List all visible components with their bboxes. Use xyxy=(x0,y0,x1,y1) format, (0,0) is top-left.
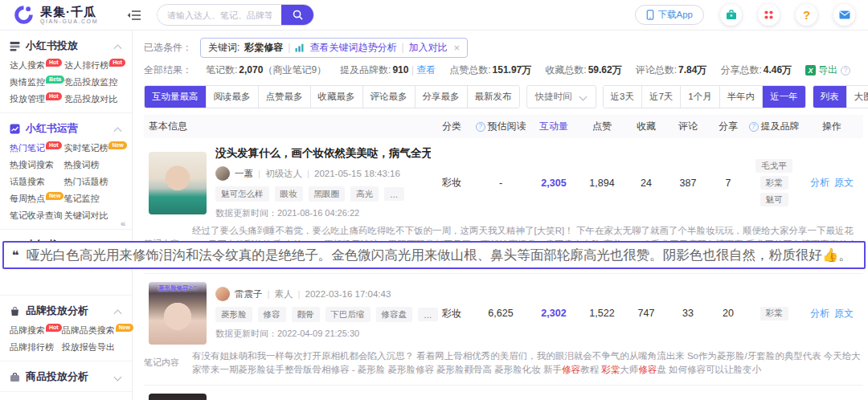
section-title-label: 小红书运营 xyxy=(26,121,78,136)
sidebar-item-note-monitor[interactable]: 笔记监控 xyxy=(63,190,126,207)
sort-tab-shares[interactable]: 分享最多 xyxy=(416,86,468,108)
author-name[interactable]: 一蕙 xyxy=(235,168,253,180)
sidebar-section-title-brand[interactable]: 品牌投放分析 xyxy=(10,301,122,320)
brand-tag[interactable]: 彩棠 xyxy=(760,176,788,190)
menu-collapse-icon[interactable] xyxy=(127,10,141,21)
close-icon[interactable]: × xyxy=(454,42,461,54)
sort-tab-interaction[interactable]: 互动量最高 xyxy=(145,86,207,108)
note-tag[interactable]: 修容盘 xyxy=(376,307,413,322)
time-tab-1y[interactable]: 近一年 xyxy=(763,86,805,108)
sort-tab-newest[interactable]: 最新发布 xyxy=(468,86,519,108)
download-app-button[interactable]: 下载App xyxy=(635,5,704,25)
sort-tab-collects[interactable]: 收藏最多 xyxy=(311,86,363,108)
sort-tab-comments[interactable]: 评论最多 xyxy=(363,86,416,108)
sidebar-item-brand-search[interactable]: 品牌搜索Hot xyxy=(10,322,62,339)
sidebar-item-hot-notes[interactable]: 热门笔记Hot xyxy=(10,140,63,157)
sidebar-item-jingpin-monitor[interactable]: 竞品投放监控 xyxy=(64,74,125,91)
chevron-up-icon[interactable] xyxy=(114,127,122,135)
sidebar-item-hot-topic-ranking[interactable]: 热门话题榜 xyxy=(63,173,126,190)
note-tag[interactable]: … xyxy=(384,187,404,201)
sidebar-item-note-index-query[interactable]: 笔记收录查询 xyxy=(10,207,63,224)
view-tab-grid[interactable]: 大图 xyxy=(847,86,868,108)
col-collects[interactable]: 收藏 xyxy=(625,120,667,133)
sidebar-item-hot-word-search[interactable]: 热搜词搜索 xyxy=(10,157,63,173)
sidebar-item-daren-search[interactable]: 达人搜索Hot xyxy=(10,57,64,74)
sidebar-section-title-toufang[interactable]: 小红书投放 xyxy=(10,36,122,55)
note-category: 彩妆 xyxy=(431,176,473,190)
toolbox-button[interactable] xyxy=(720,4,742,26)
note-title[interactable]: 没头发算什么，画个妆依然美美哒，病气全无 xyxy=(215,146,431,161)
sidebar-item-hot-word-ranking[interactable]: 热搜词榜 xyxy=(63,157,126,173)
export-button[interactable]: X导出? xyxy=(805,63,853,77)
chevron-up-icon[interactable] xyxy=(114,44,122,52)
sidebar-item-toufang-manage[interactable]: 投放管理Hot xyxy=(10,91,64,108)
col-comments[interactable]: 评论 xyxy=(667,120,709,133)
logo[interactable]: 果集·千瓜 QIAN-GUA.COM xyxy=(13,4,98,26)
col-shares[interactable]: 分享 xyxy=(709,120,747,133)
time-tab-6m[interactable]: 半年内 xyxy=(720,86,764,108)
qiangua-logo-icon xyxy=(13,4,35,26)
col-interaction[interactable]: 互动量 xyxy=(529,120,579,133)
chevron-down-icon[interactable] xyxy=(114,373,122,381)
sidebar-collapse-handle[interactable]: « xyxy=(121,218,125,228)
chevron-down-icon xyxy=(579,93,587,101)
view-brands-link[interactable]: 查看 xyxy=(416,64,436,76)
note-tag[interactable]: 菱形脸 xyxy=(215,307,252,322)
sort-tab-reads[interactable]: 阅读最多 xyxy=(207,86,259,108)
chevron-up-icon[interactable] xyxy=(114,309,122,317)
col-est-read[interactable]: ?预估阅读 xyxy=(473,120,529,133)
apps-grid-button[interactable] xyxy=(758,4,780,26)
brand-tag[interactable]: 毛戈平 xyxy=(755,159,792,173)
col-likes[interactable]: 点赞 xyxy=(579,120,625,133)
time-tab-7d[interactable]: 近7天 xyxy=(642,86,681,108)
sidebar-item-topic-search[interactable]: 话题搜索 xyxy=(10,173,63,190)
sidebar-section-title-goods[interactable]: 商品投放分析 xyxy=(10,367,122,386)
note-tag[interactable]: 眼妆 xyxy=(275,186,303,202)
brand-tag[interactable]: 魅可 xyxy=(760,193,788,206)
note-tag[interactable]: 黑眼圈 xyxy=(309,186,346,202)
analyze-link[interactable]: 分析 xyxy=(810,177,829,188)
sidebar-item-weekly-hot[interactable]: 每周热点New xyxy=(10,190,63,207)
note-tag[interactable]: 下巴后缩 xyxy=(326,307,371,322)
sidebar-item-brand-category-search[interactable]: 品牌品类搜索New xyxy=(62,322,133,339)
note-thumbnail[interactable]: 菱形脸修容2.0 xyxy=(149,282,207,345)
author-avatar[interactable] xyxy=(215,287,230,301)
original-link[interactable]: 原文 xyxy=(834,308,854,319)
view-tab-list[interactable]: 列表 xyxy=(813,86,847,108)
note-tag[interactable]: 魅可怎么样 xyxy=(215,186,269,202)
sidebar-item-daren-ranking[interactable]: 达人排行榜Hot xyxy=(64,57,125,74)
note-tag[interactable]: 修容 xyxy=(258,307,286,322)
author-avatar[interactable] xyxy=(215,166,230,181)
info-icon[interactable]: ? xyxy=(841,66,850,76)
sidebar-item-realtime-notes[interactable]: 实时笔记榜New xyxy=(63,140,126,157)
sidebar-item-brand-ranking[interactable]: 品牌排行榜 xyxy=(10,339,62,356)
global-search-input[interactable] xyxy=(158,10,281,20)
sidebar-item-jingpin-compare[interactable]: 竞品投放对比 xyxy=(64,91,125,108)
time-tab-1m[interactable]: 1个月 xyxy=(681,86,719,108)
keyword-prefix: 关键词: xyxy=(208,41,240,55)
search-button[interactable] xyxy=(281,4,313,26)
sort-tab-likes[interactable]: 点赞最多 xyxy=(259,86,311,108)
original-link[interactable]: 原文 xyxy=(834,177,854,188)
note-tag[interactable]: 高光 xyxy=(350,186,379,202)
brand-tag[interactable]: 彩棠 xyxy=(760,307,788,320)
note-tag[interactable]: 颧骨 xyxy=(292,307,320,322)
sidebar-section-title-yunying[interactable]: 小红书运营 xyxy=(10,119,122,138)
note-thumbnail[interactable] xyxy=(149,394,207,400)
col-brands[interactable]: ?提及品牌 xyxy=(747,120,800,133)
sidebar-item-yuqing-monitor[interactable]: 舆情监控Beta xyxy=(10,74,64,91)
time-tab-3d[interactable]: 近3天 xyxy=(604,86,642,108)
author-name[interactable]: 雷震子 xyxy=(235,288,263,300)
data-update-time: 数据更新时间：2022-04-09 21:25:30 xyxy=(215,328,431,340)
messages-button[interactable] xyxy=(833,4,855,26)
sidebar-item-report-export[interactable]: 投放报告导出 xyxy=(62,339,133,356)
collects-value: 24 xyxy=(625,178,667,189)
quick-time-select[interactable]: 快捷时间 xyxy=(526,85,596,108)
help-button[interactable]: ? xyxy=(796,4,817,26)
note-row: 没头发算什么，画个妆依然美美哒，病气全无 一蕙 | 初级达人 | 2021-05… xyxy=(144,138,863,224)
analyze-link[interactable]: 分析 xyxy=(810,308,829,319)
view-keyword-trend-link[interactable]: 查看关键词趋势分析 xyxy=(309,41,396,55)
add-to-compare-link[interactable]: 加入对比 xyxy=(409,41,448,55)
sidebar-item-keyword-compare[interactable]: 关键词对比 xyxy=(63,207,126,224)
note-thumbnail[interactable] xyxy=(149,152,207,214)
